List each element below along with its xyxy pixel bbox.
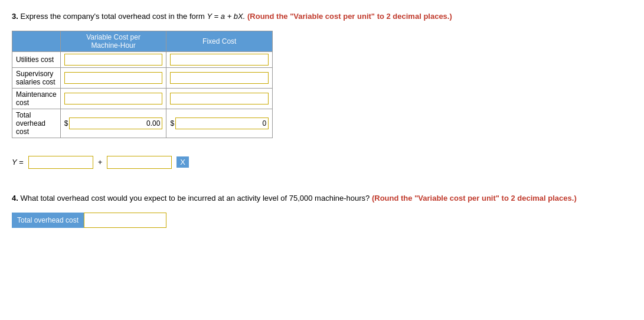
table-row: Supervisory salaries cost	[12, 67, 273, 88]
total-fixed-dollar: $	[170, 119, 174, 128]
formula-x-label: X	[176, 156, 189, 168]
total-var-input[interactable]	[69, 117, 162, 129]
question3-number: 3.	[12, 12, 18, 21]
supervisory-label: Supervisory salaries cost	[12, 67, 61, 88]
supervisory-var-cell	[60, 67, 166, 88]
maintenance-label: Maintenance cost	[12, 88, 61, 109]
question4-number: 4.	[12, 194, 18, 203]
utilities-fixed-input[interactable]	[170, 54, 269, 66]
total-var-dollar: $	[64, 119, 68, 128]
formula-a-input[interactable]	[28, 156, 93, 169]
question3-bold-red: (Round the "Variable cost per unit" to 2…	[247, 12, 452, 21]
utilities-var-cell	[60, 51, 166, 67]
total-var-amount: $	[64, 117, 163, 129]
total-row: Total overhead cost $ $	[12, 109, 273, 138]
utilities-fixed-cell	[166, 51, 273, 67]
formula-plus-label: +	[98, 158, 103, 166]
table-row: Maintenance cost	[12, 88, 273, 109]
supervisory-fixed-cell	[166, 67, 273, 88]
total-label: Total overhead cost	[12, 109, 61, 138]
question4-text: What total overhead cost would you expec…	[20, 194, 370, 203]
maintenance-fixed-cell	[166, 88, 273, 109]
total-overhead-row: Total overhead cost	[12, 213, 201, 228]
utilities-var-input[interactable]	[64, 54, 163, 66]
formula-b-input[interactable]	[107, 156, 172, 169]
table-row: Utilities cost	[12, 51, 273, 67]
formula-row: Y = + X	[12, 156, 632, 169]
y-equals-label: Y =	[12, 158, 24, 166]
col-var-header: Variable Cost per Machine-Hour	[60, 31, 166, 51]
col-fixed-header: Fixed Cost	[166, 31, 273, 51]
maintenance-var-cell	[60, 88, 166, 109]
cost-table-container: Variable Cost per Machine-Hour Fixed Cos…	[12, 31, 632, 138]
question3-text: Express the company's total overhead cos…	[20, 12, 207, 21]
total-var-cell: $	[60, 109, 166, 138]
question3-header: 3. Express the company's total overhead …	[12, 11, 632, 22]
question4-bold-red: (Round the "Variable cost per unit" to 2…	[372, 194, 577, 203]
utilities-label: Utilities cost	[12, 51, 61, 67]
supervisory-fixed-input[interactable]	[170, 72, 269, 84]
question3-formula-display: Y = a + bX.	[207, 12, 246, 21]
total-overhead-label: Total overhead cost	[12, 213, 84, 228]
total-fixed-input[interactable]	[175, 117, 269, 129]
total-fixed-cell: $	[166, 109, 273, 138]
question4-header: 4. What total overhead cost would you ex…	[12, 192, 632, 205]
total-overhead-input[interactable]	[84, 213, 166, 228]
col-label-header	[12, 31, 61, 51]
maintenance-var-input[interactable]	[64, 93, 163, 105]
maintenance-fixed-input[interactable]	[170, 93, 269, 105]
cost-table: Variable Cost per Machine-Hour Fixed Cos…	[12, 31, 273, 138]
total-fixed-amount: $	[170, 117, 269, 129]
supervisory-var-input[interactable]	[64, 72, 163, 84]
